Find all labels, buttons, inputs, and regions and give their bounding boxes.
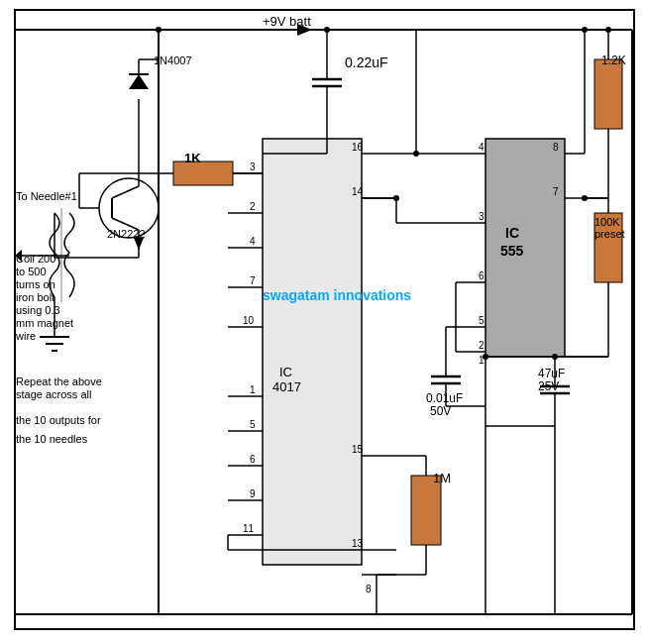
svg-text:IC: IC [505,225,519,241]
svg-text:14: 14 [352,186,364,197]
svg-text:2: 2 [250,201,256,212]
coil-label5: using 0.3 [16,304,60,316]
svg-text:8: 8 [553,142,559,153]
svg-text:6: 6 [250,454,256,465]
r1m-label: 1M [433,471,451,485]
svg-text:7: 7 [250,275,256,286]
svg-text:7: 7 [553,186,559,197]
needle-label: To Needle#1 [16,190,77,202]
repeat-label3: the 10 outputs for [16,414,101,426]
svg-point-86 [605,27,611,33]
svg-rect-46 [411,476,441,545]
svg-text:6: 6 [479,270,485,281]
svg-line-123 [112,186,139,198]
r100k-preset-label: preset [594,228,625,240]
svg-text:16: 16 [352,142,364,153]
cap47-v-label: 25V [538,379,559,393]
coil-label4: iron bolt [16,291,54,303]
repeat-label4: the 10 needles [16,433,87,445]
svg-text:11: 11 [243,523,255,534]
svg-text:1: 1 [250,384,256,395]
cap47-label: 47uF [538,367,565,380]
repeat-label1: Repeat the above [16,376,102,387]
circuit-diagram: IC 4017 3 2 4 7 10 1 5 6 9 11 16 14 15 1… [0,0,647,644]
transistor-label: 2N2222 [107,228,146,240]
r12k-label: 1.2K [601,54,626,67]
svg-point-96 [413,151,419,157]
coil-label2: to 500 [16,266,47,277]
svg-point-98 [483,354,488,360]
svg-rect-84 [594,59,622,129]
coil-label1: Coil 200 [16,253,55,265]
svg-text:4: 4 [250,236,256,247]
svg-point-131 [156,27,162,33]
power-label: +9V batt [263,14,311,29]
svg-text:555: 555 [500,243,524,259]
brand-label: swagatam innovations [263,287,411,303]
svg-text:8: 8 [366,584,372,594]
svg-text:2: 2 [479,340,485,351]
svg-point-83 [582,27,588,33]
svg-text:5: 5 [250,419,256,430]
svg-text:5: 5 [479,315,485,326]
svg-text:4017: 4017 [272,379,301,394]
svg-rect-49 [485,139,565,357]
svg-text:3: 3 [479,211,485,222]
svg-rect-133 [173,161,233,185]
svg-text:3: 3 [250,161,256,172]
svg-text:IC: IC [279,365,292,379]
coil-label6: mm magnet [16,317,73,329]
svg-text:15: 15 [352,444,364,455]
svg-text:10: 10 [243,315,255,326]
cap001-v-label: 50V [430,404,451,418]
svg-rect-6 [263,139,362,565]
cap001-label: 0.01uF [426,391,463,405]
r100k-label: 100K [594,216,620,228]
circuit-svg: IC 4017 3 2 4 7 10 1 5 6 9 11 16 14 15 1… [0,0,647,644]
coil-label7: wire [16,330,36,342]
repeat-label2: stage across all [16,388,91,400]
cap-022-label: 0.22uF [345,54,388,70]
coil-label3: turns on [16,278,55,290]
svg-text:13: 13 [352,538,364,549]
svg-text:4: 4 [479,142,485,153]
svg-point-114 [324,27,330,33]
diode-label: 1N4007 [154,54,192,66]
svg-marker-126 [129,74,149,89]
svg-text:9: 9 [250,488,256,499]
r1k-label: 1K [184,151,201,165]
